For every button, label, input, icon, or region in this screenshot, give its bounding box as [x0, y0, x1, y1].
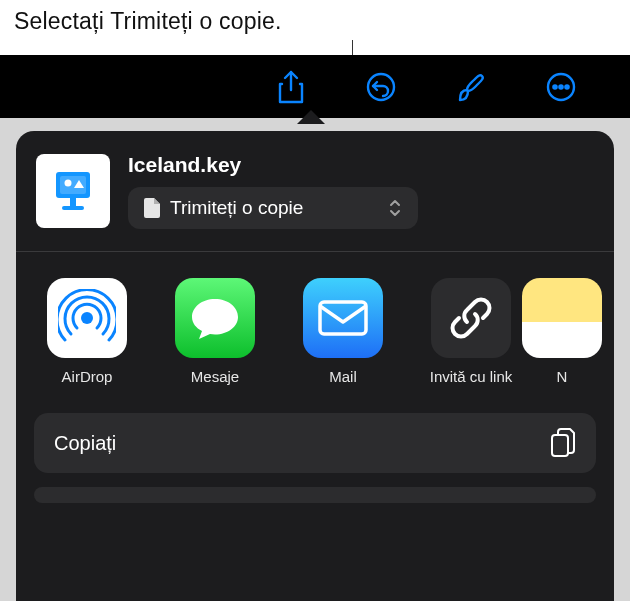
share-label: Mail	[329, 368, 357, 385]
share-target-notes[interactable]: N	[552, 278, 572, 385]
share-label: Mesaje	[191, 368, 239, 385]
messages-icon	[175, 278, 255, 358]
next-action-row[interactable]	[34, 487, 596, 503]
svg-rect-11	[320, 302, 366, 334]
undo-icon[interactable]	[364, 70, 398, 104]
share-label: AirDrop	[62, 368, 113, 385]
share-sheet: Iceland.key Trimiteți o copie	[16, 131, 614, 601]
svg-point-7	[65, 180, 72, 187]
share-target-messages[interactable]: Mesaje	[168, 278, 262, 385]
copy-action[interactable]: Copiați	[34, 413, 596, 473]
share-label: Invită cu link	[430, 368, 513, 385]
sheet-backdrop: Iceland.key Trimiteți o copie	[0, 118, 630, 601]
airdrop-icon	[47, 278, 127, 358]
chevron-updown-icon	[388, 198, 402, 218]
svg-point-4	[565, 85, 568, 88]
copy-icon	[550, 428, 576, 458]
app-window: Iceland.key Trimiteți o copie	[0, 55, 630, 601]
action-list: Copiați	[16, 403, 614, 503]
format-brush-icon[interactable]	[454, 70, 488, 104]
svg-point-3	[559, 85, 562, 88]
document-mini-icon	[144, 198, 160, 218]
share-mode-label: Trimiteți o copie	[170, 197, 303, 219]
document-thumbnail	[36, 154, 110, 228]
copy-action-label: Copiați	[54, 432, 116, 455]
svg-point-2	[553, 85, 556, 88]
share-targets-row[interactable]: AirDrop Mesaje	[16, 252, 614, 403]
svg-rect-8	[70, 198, 76, 206]
document-header: Iceland.key Trimiteți o copie	[16, 131, 614, 252]
link-icon	[431, 278, 511, 358]
mail-icon	[303, 278, 383, 358]
more-icon[interactable]	[544, 70, 578, 104]
share-target-mail[interactable]: Mail	[296, 278, 390, 385]
svg-point-10	[81, 312, 93, 324]
share-mode-dropdown[interactable]: Trimiteți o copie	[128, 187, 418, 229]
document-filename: Iceland.key	[128, 153, 418, 177]
callout-text: Selectați Trimiteți o copie.	[14, 8, 282, 35]
svg-rect-12	[552, 435, 568, 456]
notes-icon	[522, 278, 602, 358]
share-target-airdrop[interactable]: AirDrop	[40, 278, 134, 385]
share-icon[interactable]	[274, 70, 308, 104]
svg-rect-9	[62, 206, 84, 210]
popover-arrow	[297, 110, 325, 124]
share-label: N	[557, 368, 568, 385]
toolbar	[0, 55, 630, 118]
share-target-invite-link[interactable]: Invită cu link	[424, 278, 518, 385]
